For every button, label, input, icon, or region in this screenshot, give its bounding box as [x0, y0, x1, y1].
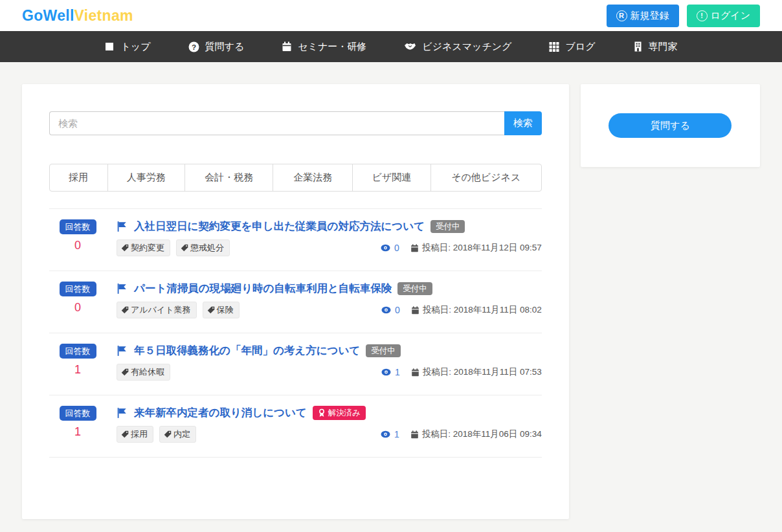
flag-icon	[117, 221, 128, 232]
meta-right: 1 投稿日: 2018年11月11日 07:53	[381, 366, 542, 378]
eye-icon	[381, 244, 390, 252]
tag-chip[interactable]: 内定	[159, 426, 196, 443]
question-title-link[interactable]: 来年新卒内定者の取り消しについて	[134, 406, 307, 420]
view-count: 1	[381, 429, 399, 439]
question-meta-line: 契約変更 懲戒処分 0 投稿日: 2018年11月12日 09:57	[117, 239, 542, 256]
eye-icon	[381, 368, 391, 376]
square-icon	[104, 41, 115, 52]
tab-corporate-law[interactable]: 企業法務	[273, 164, 353, 191]
tag-chip[interactable]: 懲戒処分	[176, 239, 230, 256]
question-title-link[interactable]: 年５日取得義務化の「年間」の考え方について	[134, 344, 360, 358]
status-badge: 受付中	[366, 344, 401, 358]
search-button[interactable]: 検索	[504, 111, 542, 135]
tag-icon	[181, 244, 188, 252]
question-list: 回答数 0 入社日翌日に契約変更を申し出た従業員の対応方法について 受付中 契約…	[49, 208, 542, 458]
calendar-icon	[282, 41, 292, 52]
answer-count-value: 0	[74, 239, 81, 252]
nav-label: 質問する	[205, 41, 245, 53]
register-icon: R	[616, 10, 627, 21]
answer-count-value: 1	[74, 425, 81, 439]
answer-count-badge: 回答数	[60, 219, 96, 234]
tag-chip[interactable]: アルバイト業務	[117, 302, 197, 318]
nav-item-top[interactable]: トップ	[85, 31, 169, 62]
logo-vietnam: Vietnam	[74, 7, 133, 24]
question-board-panel: 検索 採用 人事労務 会計・税務 企業法務 ビザ関連 その他ビジネス 回答数 0…	[22, 84, 569, 519]
tag-chip[interactable]: 採用	[117, 426, 153, 443]
handshake-icon	[404, 41, 416, 52]
tab-hr-labor[interactable]: 人事労務	[108, 164, 186, 191]
calendar-small-icon	[411, 368, 419, 377]
answer-count-value: 1	[74, 363, 81, 377]
nav-item-seminar[interactable]: セミナー・研修	[263, 31, 385, 62]
grid-icon	[549, 41, 559, 52]
question-row: 回答数 1 年５日取得義務化の「年間」の考え方について 受付中 有給休暇	[49, 333, 542, 395]
tab-accounting-tax[interactable]: 会計・税務	[185, 164, 273, 191]
question-circle-icon: ?	[188, 41, 199, 52]
answer-count-block: 回答数 0	[49, 282, 106, 318]
tag-chip[interactable]: 有給休暇	[117, 364, 170, 381]
nav-label: 専門家	[649, 41, 678, 53]
nav-label: ブログ	[565, 41, 595, 53]
meta-right: 1 投稿日: 2018年11月06日 09:34	[381, 428, 542, 440]
tag-icon	[207, 306, 215, 314]
tab-other-business[interactable]: その他ビジネス	[431, 164, 541, 191]
tag-list: アルバイト業務 保険	[117, 302, 240, 318]
sidebar-panel: 質問する	[581, 84, 760, 167]
question-title-line: 入社日翌日に契約変更を申し出た従業員の対応方法について 受付中	[117, 219, 542, 234]
login-button[interactable]: ! ログイン	[687, 5, 760, 27]
site-logo[interactable]: GoWellVietnam	[22, 7, 133, 25]
nav-item-experts[interactable]: 専門家	[614, 31, 697, 62]
logo-gowell: GoWell	[22, 7, 74, 24]
answer-count-value: 0	[74, 301, 81, 315]
question-title-line: 年５日取得義務化の「年間」の考え方について 受付中	[117, 344, 542, 358]
register-button[interactable]: R 新規登録	[607, 5, 679, 27]
question-title-line: パート清掃員の現場廻り時の自転車利用と自転車保険 受付中	[117, 282, 542, 296]
eye-icon	[381, 430, 390, 438]
tag-icon	[121, 368, 129, 376]
tag-icon	[121, 244, 129, 252]
nav-label: ビジネスマッチング	[422, 41, 511, 53]
nav-label: トップ	[120, 41, 150, 53]
tag-list: 有給休暇	[117, 364, 170, 381]
tag-icon	[121, 430, 129, 438]
view-count: 0	[381, 243, 399, 253]
posted-date: 投稿日: 2018年11月12日 09:57	[410, 242, 542, 254]
question-row: 回答数 0 入社日翌日に契約変更を申し出た従業員の対応方法について 受付中 契約…	[49, 209, 542, 271]
tag-icon	[164, 430, 172, 438]
question-body: パート清掃員の現場廻り時の自転車利用と自転車保険 受付中 アルバイト業務 保険 …	[106, 282, 542, 318]
search-input[interactable]	[49, 111, 504, 135]
search-bar: 検索	[49, 111, 542, 135]
nav-item-blog[interactable]: ブログ	[530, 31, 614, 62]
tab-recruiting[interactable]: 採用	[50, 164, 108, 191]
question-title-line: 来年新卒内定者の取り消しについて 解決済み	[117, 406, 542, 420]
posted-date: 投稿日: 2018年11月11日 08:02	[411, 304, 542, 316]
ask-question-button[interactable]: 質問する	[609, 113, 732, 138]
status-badge: 受付中	[397, 282, 432, 296]
answer-count-badge: 回答数	[60, 344, 96, 359]
building-icon	[633, 41, 643, 52]
answer-count-block: 回答数 1	[49, 406, 106, 443]
flag-icon	[117, 345, 128, 357]
question-title-link[interactable]: パート清掃員の現場廻り時の自転車利用と自転車保険	[134, 282, 392, 296]
flag-icon	[117, 407, 128, 419]
question-body: 入社日翌日に契約変更を申し出た従業員の対応方法について 受付中 契約変更 懲戒処…	[106, 219, 542, 256]
question-meta-line: 有給休暇 1 投稿日: 2018年11月11日 07:53	[117, 364, 542, 381]
tab-visa[interactable]: ビザ関連	[353, 164, 431, 191]
status-badge: 解決済み	[313, 406, 366, 420]
question-row: 回答数 0 パート清掃員の現場廻り時の自転車利用と自転車保険 受付中 アルバイト…	[49, 271, 542, 333]
tag-chip[interactable]: 契約変更	[117, 239, 170, 256]
tag-list: 契約変更 懲戒処分	[117, 239, 230, 256]
login-icon: !	[697, 10, 708, 21]
question-body: 年５日取得義務化の「年間」の考え方について 受付中 有給休暇 1 投稿日: 20…	[106, 344, 542, 381]
register-label: 新規登録	[631, 10, 669, 22]
nav-item-matching[interactable]: ビジネスマッチング	[385, 31, 530, 62]
calendar-small-icon	[410, 244, 419, 252]
view-count: 1	[381, 367, 400, 377]
tag-list: 採用 内定	[117, 426, 196, 443]
question-body: 来年新卒内定者の取り消しについて 解決済み 採用 内定 1 投稿日: 2018年…	[106, 406, 542, 443]
tag-chip[interactable]: 保険	[203, 302, 240, 318]
nav-item-ask[interactable]: ? 質問する	[170, 31, 263, 62]
calendar-small-icon	[410, 430, 419, 439]
question-title-link[interactable]: 入社日翌日に契約変更を申し出た従業員の対応方法について	[134, 219, 425, 234]
category-tabs: 採用 人事労務 会計・税務 企業法務 ビザ関連 その他ビジネス	[49, 164, 542, 192]
